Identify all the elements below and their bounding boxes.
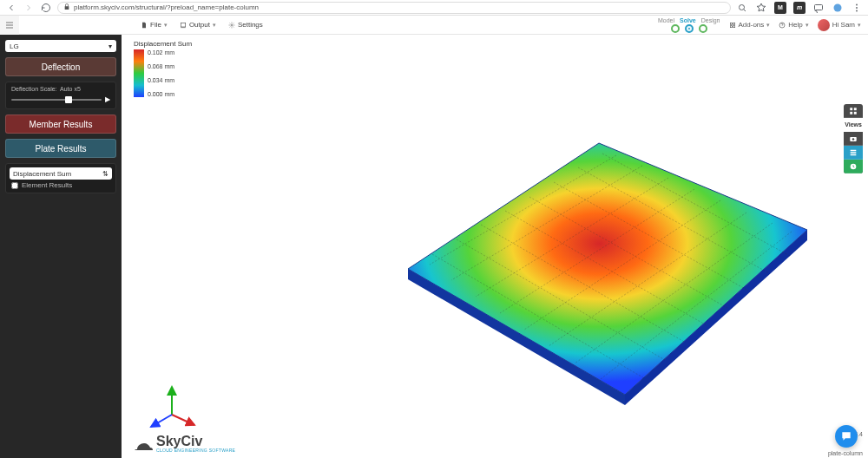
file-menu[interactable]: File▾ [141, 21, 168, 29]
forward-button[interactable] [23, 2, 35, 14]
svg-rect-38 [854, 111, 857, 114]
left-sidebar: LG▾ Deflection Deflection Scale: Auto x5… [0, 35, 122, 458]
deflection-scale-box: Deflection Scale: Auto x5 ▶ [5, 82, 116, 109]
output-menu[interactable]: Output▾ [180, 21, 216, 29]
tool-green[interactable] [844, 160, 863, 173]
svg-point-5 [856, 10, 858, 11]
help-menu[interactable]: Help▾ [779, 21, 808, 29]
slider-thumb[interactable] [65, 96, 72, 103]
tab-model[interactable]: Model [658, 17, 674, 23]
addons-menu[interactable]: Add-ons▾ [729, 21, 771, 29]
axis-gizmo [146, 380, 198, 435]
svg-rect-35 [850, 108, 852, 110]
svg-point-4 [856, 7, 858, 9]
chevron-down-icon: ▾ [213, 22, 216, 29]
chevron-down-icon: ▾ [766, 22, 770, 29]
reload-button[interactable] [40, 2, 52, 14]
url-bar[interactable]: platform.skyciv.com/structural/?preload_… [57, 2, 731, 14]
star-icon[interactable] [755, 2, 767, 14]
tool-blue[interactable] [844, 146, 863, 160]
model-name-label: plate-column [828, 450, 863, 456]
cast-icon[interactable] [812, 2, 825, 14]
skyciv-logo: SkyCiv CLOUD ENGINEERING SOFTWARE [134, 435, 235, 453]
settings-menu[interactable]: Settings [228, 21, 263, 29]
color-legend: Displacement Sum 0.102 mm 0.068 mm 0.034… [134, 40, 192, 97]
chevron-down-icon: ▾ [164, 22, 168, 29]
play-button[interactable]: ▶ [105, 95, 110, 103]
svg-rect-37 [850, 111, 852, 114]
canvas-viewport[interactable]: Displacement Sum 0.102 mm 0.068 mm 0.034… [122, 35, 868, 458]
panel-deflection[interactable]: Deflection [5, 57, 116, 76]
chevron-down-icon: ▾ [108, 43, 112, 50]
tab-dot-model[interactable] [671, 24, 680, 33]
svg-rect-36 [854, 108, 857, 110]
updown-icon: ⇅ [102, 170, 108, 178]
svg-rect-9 [733, 23, 734, 24]
svg-marker-13 [408, 143, 807, 395]
tab-design[interactable]: Design [701, 17, 720, 23]
svg-point-2 [834, 3, 842, 11]
chat-launcher[interactable] [835, 425, 858, 448]
lock-icon [63, 3, 70, 12]
hamburger-icon[interactable] [0, 16, 19, 35]
deflection-scale-slider[interactable] [11, 99, 102, 101]
tab-dot-design[interactable] [699, 24, 707, 33]
svg-rect-10 [730, 25, 732, 27]
user-menu[interactable]: Hi Sam▾ [818, 19, 861, 31]
panel-member-results[interactable]: Member Results [5, 114, 116, 134]
tool-views[interactable]: Views [844, 118, 863, 132]
result-type-select[interactable]: Displacement Sum⇅ [10, 167, 112, 180]
svg-rect-11 [733, 25, 734, 27]
svg-point-7 [231, 24, 233, 26]
tool-camera[interactable] [844, 132, 863, 146]
right-toolbox: Views [844, 104, 863, 173]
menu-dots-icon[interactable] [851, 2, 863, 14]
extension-2[interactable]: m [793, 2, 806, 14]
element-results-checkbox[interactable]: Element Results [10, 180, 112, 189]
svg-rect-1 [815, 4, 823, 10]
svg-line-33 [172, 415, 194, 425]
mode-tabs[interactable]: Model Solve Design [658, 17, 720, 33]
svg-point-3 [856, 3, 858, 5]
plate-render [382, 117, 816, 433]
svg-point-0 [740, 4, 745, 10]
tool-multiview[interactable] [844, 104, 863, 118]
load-case-select[interactable]: LG▾ [5, 40, 116, 52]
url-text: platform.skyciv.com/structural/?preload_… [74, 3, 725, 11]
tab-dot-solve[interactable] [685, 24, 694, 33]
tab-solve[interactable]: Solve [680, 17, 696, 23]
panel-plate-results[interactable]: Plate Results [5, 139, 116, 158]
avatar [818, 19, 830, 31]
svg-line-34 [151, 415, 172, 427]
back-button[interactable] [5, 2, 17, 14]
profile-icon[interactable] [832, 2, 844, 14]
extension-1[interactable]: M [774, 2, 786, 14]
chevron-down-icon: ▾ [858, 22, 861, 29]
zoom-icon[interactable] [736, 2, 748, 14]
svg-point-40 [852, 138, 855, 141]
legend-colorbar [134, 49, 144, 97]
svg-rect-8 [730, 23, 732, 24]
legend-title: Displacement Sum [134, 40, 192, 48]
svg-rect-6 [181, 23, 185, 27]
chevron-down-icon: ▾ [806, 22, 809, 29]
